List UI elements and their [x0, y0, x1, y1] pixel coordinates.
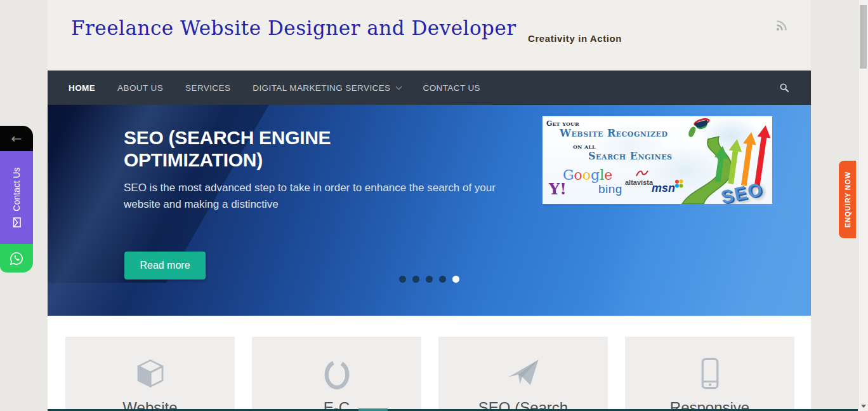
collapse-dock-button[interactable]: ←: [0, 126, 33, 151]
service-card-website[interactable]: Website: [65, 337, 235, 411]
enquiry-now-label: ENQUIRY NOW: [844, 172, 852, 227]
paper-plane-icon: [505, 355, 542, 392]
altavista-swoosh-decor: [635, 170, 649, 177]
slide-description: SEO is the most advanced step to take in…: [124, 180, 504, 213]
contact-us-tab[interactable]: Contact Us: [0, 151, 33, 244]
msn-butterfly-icon: [674, 179, 683, 188]
service-card-ecommerce[interactable]: E-C: [252, 337, 421, 411]
growth-arrows-decor: [708, 116, 772, 190]
scrollbar-thumb[interactable]: [860, 5, 867, 69]
hero-slider: SEO (SEARCH ENGINE OPTIMIZATION) SEO is …: [48, 105, 811, 316]
page-content: Freelance Website Designer and Developer…: [48, 0, 811, 411]
nav-item-contact-us[interactable]: CONTACT US: [423, 83, 481, 93]
nav-item-label: SERVICES: [185, 83, 230, 93]
ring-icon: [319, 355, 355, 392]
banner-text: Website Recognized: [560, 127, 667, 139]
search-icon[interactable]: [779, 83, 789, 95]
msn-logo: msn: [652, 182, 675, 195]
seo-banner-image: Get your Website Recognized on all Searc…: [542, 116, 772, 204]
nav-item-home[interactable]: HOME: [69, 83, 95, 93]
main-nav: HOME ABOUT US SERVICES DIGITAL MARKETING…: [48, 71, 811, 105]
footer-edge-accent: [358, 408, 388, 411]
site-header: Freelance Website Designer and Developer…: [48, 0, 811, 71]
paint-bucket-decor: [694, 119, 714, 138]
carousel-dot[interactable]: [426, 276, 433, 283]
yahoo-logo: Y!: [549, 180, 567, 198]
chevron-down-icon: [395, 83, 402, 90]
carousel-dot[interactable]: [412, 276, 419, 283]
service-card-responsive[interactable]: Responsive: [625, 337, 794, 411]
google-logo: Google: [563, 167, 612, 183]
whatsapp-icon: [9, 251, 24, 266]
carousel-dot[interactable]: [439, 276, 446, 283]
bing-logo: bing: [598, 182, 622, 196]
scroll-down-arrow-icon[interactable]: [861, 405, 866, 408]
altavista-logo: altavista: [625, 179, 653, 186]
rss-icon[interactable]: [775, 19, 788, 35]
carousel-dot-active[interactable]: [452, 276, 459, 283]
envelope-icon: [13, 217, 21, 228]
left-arrow-icon: ←: [11, 131, 22, 146]
nav-item-about-us[interactable]: ABOUT US: [117, 83, 163, 93]
scrollbar[interactable]: [858, 0, 868, 411]
nav-item-label: DIGITAL MARKETING SERVICES: [253, 83, 390, 93]
site-title: Freelance Website Designer and Developer: [71, 17, 516, 39]
contact-us-label: Contact Us: [11, 167, 22, 211]
nav-item-label: ABOUT US: [117, 83, 163, 93]
service-card-seo[interactable]: SEO (Search: [438, 337, 608, 411]
cube-icon: [132, 355, 169, 392]
nav-item-services[interactable]: SERVICES: [185, 83, 230, 93]
nav-item-label: CONTACT US: [423, 83, 481, 93]
slide-title: SEO (SEARCH ENGINE OPTIMIZATION): [124, 127, 390, 171]
smartphone-icon: [692, 355, 728, 392]
site-tagline: Creativity in Action: [528, 33, 622, 44]
carousel-dots: [48, 276, 811, 283]
nav-item-digital-marketing-services[interactable]: DIGITAL MARKETING SERVICES: [253, 83, 400, 93]
nav-item-label: HOME: [69, 83, 95, 93]
carousel-dot[interactable]: [399, 276, 406, 283]
enquiry-now-button[interactable]: ENQUIRY NOW: [839, 161, 856, 238]
whatsapp-button[interactable]: [0, 244, 33, 273]
services-section: Website E-C SEO (Search Responsive: [65, 337, 794, 411]
